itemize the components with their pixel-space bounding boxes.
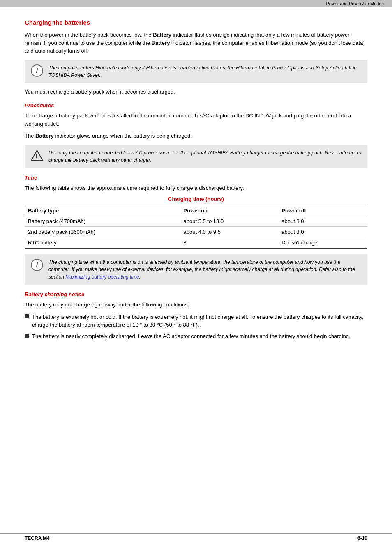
table-row: RTC battery8Doesn't charge — [25, 237, 367, 249]
list-item: The battery is extremely hot or cold. If… — [25, 313, 367, 329]
table-title: Charging time (hours) — [25, 196, 367, 202]
list-item-text: The battery is extremely hot or cold. If… — [32, 313, 367, 329]
table-header-power-on: Power on — [180, 205, 279, 216]
table-cell-power_off: about 3.0 — [278, 216, 367, 227]
intro-paragraph: When the power in the battery pack becom… — [25, 31, 367, 55]
header-bar: Power and Power-Up Modes — [0, 0, 392, 7]
footer-right: 6-10 — [357, 535, 367, 541]
page: Power and Power-Up Modes Charging the ba… — [0, 0, 392, 555]
warning-box: ! Use only the computer connected to an … — [25, 145, 367, 168]
bullet-list: The battery is extremely hot or cold. If… — [25, 313, 367, 341]
procedures-title: Procedures — [25, 102, 367, 108]
warning-text: Use only the computer connected to an AC… — [48, 149, 362, 164]
table-cell-power_on: about 4.0 to 9.5 — [180, 227, 279, 237]
note1-text: The computer enters Hibernate mode only … — [48, 64, 362, 79]
warning-icon: ! — [30, 149, 44, 162]
table-cell-power_off: about 3.0 — [278, 227, 367, 237]
info-icon-2: i — [30, 258, 44, 272]
info-icon-1: i — [30, 64, 44, 77]
time-title: Time — [25, 175, 367, 181]
footer-bar: TECRA M4 6-10 — [0, 533, 392, 543]
table-cell-type: RTC battery — [25, 237, 180, 249]
table-cell-power_on: about 5.5 to 13.0 — [180, 216, 279, 227]
list-item-text: The battery is nearly completely dischar… — [32, 332, 350, 341]
content-area: Charging the batteries When the power in… — [0, 7, 392, 368]
table-header-power-off: Power off — [278, 205, 367, 216]
section-title: Charging the batteries — [25, 19, 367, 26]
note-box-2: i The charging time when the computer is… — [25, 254, 367, 285]
table-body: Battery pack (4700mAh)about 5.5 to 13.0a… — [25, 216, 367, 249]
time-text: The following table shows the approximat… — [25, 184, 367, 192]
info-symbol: i — [31, 64, 43, 77]
battery-indicator-bold: Battery — [35, 133, 54, 139]
table-cell-type: Battery pack (4700mAh) — [25, 216, 180, 227]
procedures-text: To recharge a battery pack while it is i… — [25, 112, 367, 128]
charging-time-table: Battery type Power on Power off Battery … — [25, 205, 367, 249]
intro-bold-2: Battery — [152, 40, 170, 46]
table-header-row: Battery type Power on Power off — [25, 205, 367, 216]
note2-text-2: . — [139, 274, 141, 280]
intro-text-1: When the power in the battery pack becom… — [25, 32, 153, 38]
note2-link[interactable]: Maximizing battery operating time — [65, 274, 139, 280]
table-cell-power_off: Doesn't charge — [278, 237, 367, 249]
info-symbol-2: i — [31, 259, 43, 271]
warning-triangle-svg: ! — [30, 149, 44, 162]
bullet-icon — [25, 314, 29, 318]
battery-indicator-text: The Battery indicator glows orange when … — [25, 132, 367, 140]
note2-text: The charging time when the computer is o… — [48, 258, 362, 281]
table-cell-type: 2nd battery pack (3600mAh) — [25, 227, 180, 237]
footer-left: TECRA M4 — [25, 535, 50, 541]
battery-indicator-text-1: The — [25, 133, 35, 139]
note-box-1: i The computer enters Hibernate mode onl… — [25, 60, 367, 83]
svg-text:!: ! — [35, 154, 37, 161]
battery-indicator-text-2: indicator glows orange when the battery … — [54, 133, 192, 139]
battery-charging-notice-title: Battery charging notice — [25, 291, 367, 297]
header-text: Power and Power-Up Modes — [326, 1, 384, 6]
bullet-icon — [25, 334, 29, 338]
table-row: Battery pack (4700mAh)about 5.5 to 13.0a… — [25, 216, 367, 227]
intro-bold-1: Battery — [153, 32, 171, 38]
table-row: 2nd battery pack (3600mAh)about 4.0 to 9… — [25, 227, 367, 237]
recharge-text: You must recharge a battery pack when it… — [25, 88, 367, 96]
table-header-battery-type: Battery type — [25, 205, 180, 216]
list-item: The battery is nearly completely dischar… — [25, 332, 367, 341]
table-cell-power_on: 8 — [180, 237, 279, 249]
charging-notice-intro: The battery may not charge right away un… — [25, 301, 367, 309]
